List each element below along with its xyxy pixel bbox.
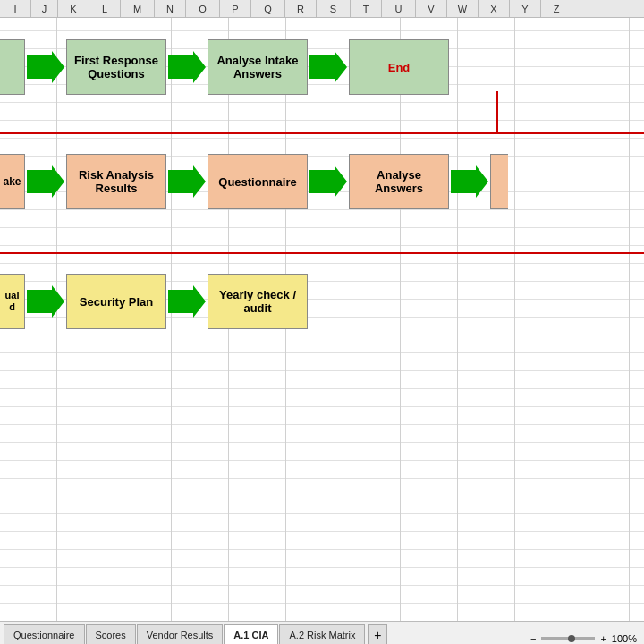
col-X: X xyxy=(479,0,510,17)
end-box: End xyxy=(349,39,449,95)
tab-bar: Questionnaire Scores Vendor Results A.1 … xyxy=(0,621,644,644)
zoom-percent: 100% xyxy=(612,633,637,644)
col-S: S xyxy=(317,0,351,17)
arrow-9 xyxy=(168,285,206,318)
svg-marker-1 xyxy=(168,51,206,83)
yearly-check-box: Yearly check /audit xyxy=(208,274,308,329)
arrow-6 xyxy=(309,165,347,198)
zoom-out-icon[interactable]: − xyxy=(530,633,536,644)
zoom-in-icon[interactable]: + xyxy=(600,633,606,644)
col-J: J xyxy=(31,0,58,17)
col-Y: Y xyxy=(510,0,541,17)
divider-1 xyxy=(0,132,644,134)
section-1-flow: First Response Questions Analyse IntakeA… xyxy=(0,36,449,98)
col-M: M xyxy=(121,0,155,17)
arrow-4 xyxy=(27,165,64,198)
partial-box-3: uald xyxy=(0,274,25,329)
arrow-1 xyxy=(27,51,64,83)
col-N: N xyxy=(155,0,186,17)
arrow-8 xyxy=(27,285,64,318)
arrow-2 xyxy=(168,51,206,83)
zoom-slider[interactable] xyxy=(541,637,595,640)
col-R: R xyxy=(285,0,317,17)
red-connector-vertical xyxy=(496,91,498,134)
partial-box-1 xyxy=(0,39,25,95)
tab-scores[interactable]: Scores xyxy=(86,624,136,644)
arrow-7 xyxy=(451,165,488,198)
arrow-3 xyxy=(309,51,347,83)
svg-marker-2 xyxy=(309,51,347,83)
col-T: T xyxy=(351,0,382,17)
tab-questionnaire[interactable]: Questionnaire xyxy=(4,624,85,644)
col-Q: Q xyxy=(251,0,285,17)
tab-vendor-results[interactable]: Vendor Results xyxy=(137,624,224,644)
first-response-box: First Response Questions xyxy=(66,39,166,95)
svg-marker-0 xyxy=(27,51,64,83)
partial-box-2: ake xyxy=(0,154,25,209)
svg-marker-5 xyxy=(309,165,347,198)
svg-marker-8 xyxy=(168,285,206,318)
divider-2 xyxy=(0,252,644,254)
tab-add-button[interactable]: + xyxy=(368,624,387,644)
col-U: U xyxy=(382,0,416,17)
svg-marker-3 xyxy=(27,165,64,198)
spreadsheet-area: First Response Questions Analyse IntakeA… xyxy=(0,18,644,621)
svg-marker-7 xyxy=(27,285,64,318)
col-I: I xyxy=(0,0,31,17)
col-P: P xyxy=(220,0,251,17)
col-O: O xyxy=(186,0,220,17)
partial-box-2r xyxy=(490,154,508,209)
security-plan-box: Security Plan xyxy=(66,274,166,329)
arrow-5 xyxy=(168,165,206,198)
analyse-answers-box: AnalyseAnswers xyxy=(349,154,449,209)
column-headers: I J K L M N O P Q R S T U V W X Y Z xyxy=(0,0,644,18)
col-V: V xyxy=(416,0,447,17)
col-Z: Z xyxy=(541,0,572,17)
questionnaire-box: Questionnaire xyxy=(208,154,308,209)
analyse-intake-box: Analyse IntakeAnswers xyxy=(208,39,308,95)
section-2-flow: ake Risk AnalysisResults Questionnaire xyxy=(0,150,508,213)
svg-marker-4 xyxy=(168,165,206,198)
svg-marker-6 xyxy=(451,165,488,198)
section-3-flow: uald Security Plan Yearly check /audit xyxy=(0,270,308,333)
col-W: W xyxy=(447,0,479,17)
tab-a2-risk-matrix[interactable]: A.2 Risk Matrix xyxy=(279,624,365,644)
col-K: K xyxy=(58,0,89,17)
risk-analysis-box: Risk AnalysisResults xyxy=(66,154,166,209)
col-L: L xyxy=(89,0,121,17)
tab-a1-cia[interactable]: A.1 CIA xyxy=(224,624,278,644)
